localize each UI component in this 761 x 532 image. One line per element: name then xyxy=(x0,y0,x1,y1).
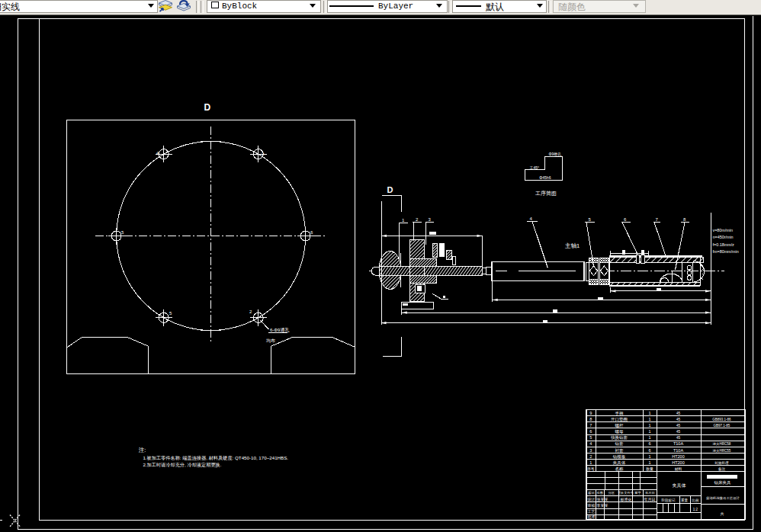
svg-text:钻床夹具: 钻床夹具 xyxy=(714,480,732,485)
svg-text:GB893.1-86: GB893.1-86 xyxy=(712,418,731,421)
svg-text:HT200: HT200 xyxy=(672,454,685,459)
svg-text:3: 3 xyxy=(589,448,592,453)
svg-text:工45°: 工45° xyxy=(530,165,540,170)
svg-text:张某某: 张某某 xyxy=(597,497,608,502)
svg-text:共: 共 xyxy=(721,511,724,516)
svg-text:名称: 名称 xyxy=(615,466,625,471)
svg-text:年月日: 年月日 xyxy=(644,497,656,502)
svg-text:5: 5 xyxy=(121,230,124,235)
svg-text:标记: 标记 xyxy=(588,491,595,495)
svg-text:v=80m/min: v=80m/min xyxy=(713,228,734,232)
svg-text:4: 4 xyxy=(530,216,533,221)
svg-text:工序简图: 工序简图 xyxy=(535,191,557,197)
svg-text:5: 5 xyxy=(589,217,592,222)
svg-text:45: 45 xyxy=(676,412,681,415)
svg-text:1.被加工零件名称: 端盖连接器, 材料及硬度: QT450: 1.被加工零件名称: 端盖连接器, 材料及硬度: QT450-10, 170~2… xyxy=(143,455,288,461)
svg-text:3: 3 xyxy=(429,217,432,222)
svg-text:6: 6 xyxy=(310,230,313,235)
svg-text:Φ9锥孔: Φ9锥孔 xyxy=(549,152,562,157)
svg-text:1: 1 xyxy=(648,454,650,459)
svg-text:比例: 比例 xyxy=(692,498,699,503)
svg-text:HT200: HT200 xyxy=(672,460,685,465)
svg-text:签字: 签字 xyxy=(634,491,641,495)
svg-text:时效处理: 时效处理 xyxy=(715,460,730,465)
svg-text:更改文件号: 更改文件号 xyxy=(618,491,634,495)
svg-text:1: 1 xyxy=(589,460,592,465)
svg-text:螺杆: 螺杆 xyxy=(615,423,625,428)
svg-text:D: D xyxy=(387,185,393,194)
svg-text:8: 8 xyxy=(683,217,686,222)
svg-text:开口垫圈: 开口垫圈 xyxy=(611,417,628,422)
svg-text:主轴1: 主轴1 xyxy=(565,242,580,249)
svg-text:阶段标记: 阶段标记 xyxy=(662,498,676,503)
svg-text:1: 1 xyxy=(648,411,650,415)
svg-text:数量: 数量 xyxy=(646,467,653,471)
svg-text:均布: 均布 xyxy=(265,338,275,343)
svg-text:45: 45 xyxy=(676,436,681,440)
svg-text:7: 7 xyxy=(589,423,592,428)
svg-text:工艺: 工艺 xyxy=(587,509,595,514)
svg-text:2: 2 xyxy=(589,454,592,459)
svg-text:5: 5 xyxy=(169,311,172,316)
svg-text:序号: 序号 xyxy=(587,466,595,471)
svg-text:审核: 审核 xyxy=(587,503,595,508)
svg-text:柴油机连接器工艺设计: 柴油机连接器工艺设计 xyxy=(706,496,740,500)
svg-text:批准: 批准 xyxy=(587,514,595,520)
svg-text:钻套: 钻套 xyxy=(615,441,625,446)
svg-text:f=0.18mm/z: f=0.18mm/z xyxy=(713,242,735,247)
svg-text:n=450r/min: n=450r/min xyxy=(713,235,734,239)
svg-text:螺母: 螺母 xyxy=(615,429,625,434)
svg-text:T10A: T10A xyxy=(673,448,683,453)
svg-text:标准化: 标准化 xyxy=(620,497,632,502)
svg-text:7: 7 xyxy=(656,217,659,222)
svg-text:5: 5 xyxy=(589,435,592,440)
svg-text:1: 1 xyxy=(648,417,650,421)
svg-text:重量: 重量 xyxy=(681,498,689,502)
svg-text:夹具体: 夹具体 xyxy=(613,460,626,465)
svg-text:注:: 注: xyxy=(139,447,146,453)
svg-text:Φ45h6: Φ45h6 xyxy=(539,175,551,180)
svg-text:淬火HRC58: 淬火HRC58 xyxy=(713,442,731,446)
svg-text:T10A: T10A xyxy=(673,441,683,446)
svg-text:45: 45 xyxy=(676,424,681,428)
svg-text:1: 1 xyxy=(648,423,650,428)
svg-text:淬火HRC55: 淬火HRC55 xyxy=(713,449,731,453)
svg-text:fm=80mm/min: fm=80mm/min xyxy=(713,249,739,254)
svg-text:8: 8 xyxy=(589,417,592,421)
svg-text:6: 6 xyxy=(624,217,627,222)
svg-text:45: 45 xyxy=(676,430,681,434)
svg-text:2.加工时请冷却充分, 冷却液定期更换.: 2.加工时请冷却充分, 冷却液定期更换. xyxy=(143,462,221,468)
svg-text:年月日: 年月日 xyxy=(645,491,655,495)
svg-text:分区: 分区 xyxy=(608,491,615,495)
svg-text:备注: 备注 xyxy=(718,466,726,472)
svg-text:设计: 设计 xyxy=(586,497,595,502)
svg-text:钻模板: 钻模板 xyxy=(612,454,626,459)
svg-text:4: 4 xyxy=(589,441,592,446)
svg-text:2: 2 xyxy=(416,217,419,222)
svg-text:处数: 处数 xyxy=(597,491,604,495)
svg-text:2: 2 xyxy=(249,309,252,314)
svg-text:衬套: 衬套 xyxy=(615,448,625,453)
svg-text:6: 6 xyxy=(589,429,592,434)
svg-text:快换钻套: 快换钻套 xyxy=(611,435,628,441)
svg-text:1: 1 xyxy=(648,435,650,440)
svg-text:6-Φ9通孔: 6-Φ9通孔 xyxy=(270,327,289,333)
svg-text:D: D xyxy=(204,102,211,113)
svg-text:1: 1 xyxy=(648,460,650,465)
svg-text:材料: 材料 xyxy=(674,467,682,472)
svg-text:1:2: 1:2 xyxy=(693,508,698,511)
svg-text:夹具体: 夹具体 xyxy=(673,483,686,489)
svg-text:GB97.1-85: GB97.1-85 xyxy=(714,424,730,428)
svg-text:6: 6 xyxy=(648,448,650,453)
svg-text:手柄: 手柄 xyxy=(615,411,625,416)
svg-text:李某某: 李某某 xyxy=(597,503,608,508)
svg-text:9: 9 xyxy=(589,411,592,415)
svg-text:45: 45 xyxy=(676,418,681,421)
svg-text:1: 1 xyxy=(402,218,405,223)
svg-text:6: 6 xyxy=(648,441,650,446)
svg-text:1: 1 xyxy=(648,429,650,434)
